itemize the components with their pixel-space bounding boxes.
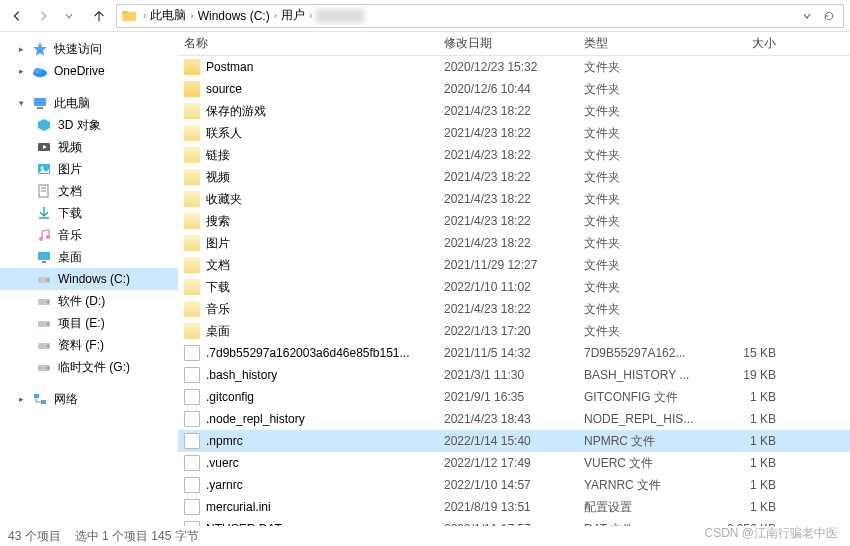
column-name[interactable]: 名称 [178, 35, 438, 52]
column-size[interactable]: 大小 [698, 35, 788, 52]
file-pane: 名称 修改日期 类型 大小 Postman2020/12/23 15:32文件夹… [178, 32, 850, 526]
file-date: 2022/1/13 17:20 [438, 324, 578, 338]
file-name: 文档 [206, 257, 230, 274]
file-row[interactable]: 搜索2021/4/23 18:22文件夹 [178, 210, 850, 232]
file-row[interactable]: 下载2022/1/10 11:02文件夹 [178, 276, 850, 298]
file-type: 文件夹 [578, 81, 698, 98]
documents-icon [36, 183, 52, 199]
file-name: .node_repl_history [206, 412, 305, 426]
tree-item[interactable]: 项目 (E:) [0, 312, 178, 334]
file-row[interactable]: 音乐2021/4/23 18:22文件夹 [178, 298, 850, 320]
file-type: 文件夹 [578, 323, 698, 340]
file-row[interactable]: .yarnrc2022/1/10 14:57YARNRC 文件1 KB [178, 474, 850, 496]
dropdown-icon[interactable] [797, 6, 817, 26]
tree-item[interactable]: 下载 [0, 202, 178, 224]
video-icon [36, 139, 52, 155]
svg-rect-18 [42, 261, 46, 263]
tree-item[interactable]: 软件 (D:) [0, 290, 178, 312]
status-bar: 43 个项目 选中 1 个项目 145 字节 [0, 526, 850, 546]
file-row[interactable]: NTUSER.DAT2022/1/11 17:57DAT 文件6,656 KB [178, 518, 850, 526]
tree-label: 软件 (D:) [58, 293, 105, 310]
tree-item[interactable]: 文档 [0, 180, 178, 202]
file-row[interactable]: 桌面2022/1/13 17:20文件夹 [178, 320, 850, 342]
file-row[interactable]: .node_repl_history2021/4/23 18:43NODE_RE… [178, 408, 850, 430]
expand-icon[interactable]: ▸ [16, 66, 26, 76]
nav-arrows [6, 5, 80, 27]
file-row[interactable]: .vuerc2022/1/12 17:49VUERC 文件1 KB [178, 452, 850, 474]
tree-item[interactable]: 视频 [0, 136, 178, 158]
file-name: .gitconfig [206, 390, 254, 404]
status-count: 43 个项目 [8, 528, 61, 545]
tree-item[interactable]: ▸网络 [0, 388, 178, 410]
file-type: 文件夹 [578, 191, 698, 208]
status-selection: 选中 1 个项目 145 字节 [75, 528, 199, 545]
breadcrumb-segment[interactable]: 用户 [279, 5, 307, 27]
refresh-icon[interactable] [819, 6, 839, 26]
file-date: 2020/12/6 10:44 [438, 82, 578, 96]
file-row[interactable]: 图片2021/4/23 18:22文件夹 [178, 232, 850, 254]
path-box[interactable]: › 此电脑 › Windows (C:) › 用户 › [116, 4, 844, 28]
tree-item[interactable]: ▸快速访问 [0, 38, 178, 60]
recent-dropdown[interactable] [58, 5, 80, 27]
tree-label: OneDrive [54, 64, 105, 78]
tree-label: 图片 [58, 161, 82, 178]
tree-item[interactable]: 临时文件 (G:) [0, 356, 178, 378]
file-type: 配置设置 [578, 499, 698, 516]
file-date: 2021/4/23 18:22 [438, 214, 578, 228]
tree-label: 网络 [54, 391, 78, 408]
file-row[interactable]: .npmrc2022/1/14 15:40NPMRC 文件1 KB [178, 430, 850, 452]
svg-point-26 [47, 345, 49, 347]
expand-icon[interactable]: ▾ [16, 98, 26, 108]
file-row[interactable]: 收藏夹2021/4/23 18:22文件夹 [178, 188, 850, 210]
file-list[interactable]: Postman2020/12/23 15:32文件夹source2020/12/… [178, 56, 850, 526]
tree-label: 临时文件 (G:) [58, 359, 130, 376]
tree-item[interactable]: Windows (C:) [0, 268, 178, 290]
forward-button[interactable] [32, 5, 54, 27]
file-type: 文件夹 [578, 147, 698, 164]
file-size: 1 KB [698, 412, 788, 426]
file-row[interactable]: .gitconfig2021/9/1 16:35GITCONFIG 文件1 KB [178, 386, 850, 408]
file-date: 2021/4/23 18:22 [438, 104, 578, 118]
tree-item[interactable]: 桌面 [0, 246, 178, 268]
file-row[interactable]: mercurial.ini2021/8/19 13:51配置设置1 KB [178, 496, 850, 518]
column-headers: 名称 修改日期 类型 大小 [178, 32, 850, 56]
file-row[interactable]: Postman2020/12/23 15:32文件夹 [178, 56, 850, 78]
file-name: 链接 [206, 147, 230, 164]
tree-item[interactable]: 3D 对象 [0, 114, 178, 136]
tree-item[interactable]: ▸OneDrive [0, 60, 178, 82]
tree-item[interactable]: ▾此电脑 [0, 92, 178, 114]
file-row[interactable]: .bash_history2021/3/1 11:30BASH_HISTORY … [178, 364, 850, 386]
file-row[interactable]: source2020/12/6 10:44文件夹 [178, 78, 850, 100]
file-name: 联系人 [206, 125, 242, 142]
file-date: 2021/4/23 18:43 [438, 412, 578, 426]
column-date[interactable]: 修改日期 [438, 35, 578, 52]
svg-point-22 [47, 301, 49, 303]
tree-label: 3D 对象 [58, 117, 101, 134]
expand-icon[interactable]: ▸ [16, 394, 26, 404]
breadcrumb-segment[interactable]: Windows (C:) [196, 5, 272, 27]
file-row[interactable]: 联系人2021/4/23 18:22文件夹 [178, 122, 850, 144]
file-row[interactable]: 链接2021/4/23 18:22文件夹 [178, 144, 850, 166]
breadcrumb-redacted [316, 9, 364, 23]
file-date: 2021/4/23 18:22 [438, 236, 578, 250]
file-row[interactable]: 视频2021/4/23 18:22文件夹 [178, 166, 850, 188]
file-row[interactable]: 保存的游戏2021/4/23 18:22文件夹 [178, 100, 850, 122]
file-type: YARNRC 文件 [578, 477, 698, 494]
file-type: 文件夹 [578, 125, 698, 142]
up-button[interactable] [88, 5, 110, 27]
svg-rect-17 [38, 252, 50, 260]
tree-item[interactable]: 图片 [0, 158, 178, 180]
expand-icon[interactable]: ▸ [16, 44, 26, 54]
file-type: 文件夹 [578, 235, 698, 252]
column-type[interactable]: 类型 [578, 35, 698, 52]
file-row[interactable]: .7d9b55297a162003a6d46e85fb151...2021/11… [178, 342, 850, 364]
tree-item[interactable]: 音乐 [0, 224, 178, 246]
file-row[interactable]: 文档2021/11/29 12:27文件夹 [178, 254, 850, 276]
svg-marker-2 [33, 42, 47, 56]
tree-item[interactable]: 资料 (F:) [0, 334, 178, 356]
back-button[interactable] [6, 5, 28, 27]
breadcrumb-segment[interactable]: 此电脑 [148, 5, 188, 27]
file-size: 1 KB [698, 456, 788, 470]
tree-label: 项目 (E:) [58, 315, 105, 332]
address-bar: › 此电脑 › Windows (C:) › 用户 › [0, 0, 850, 32]
